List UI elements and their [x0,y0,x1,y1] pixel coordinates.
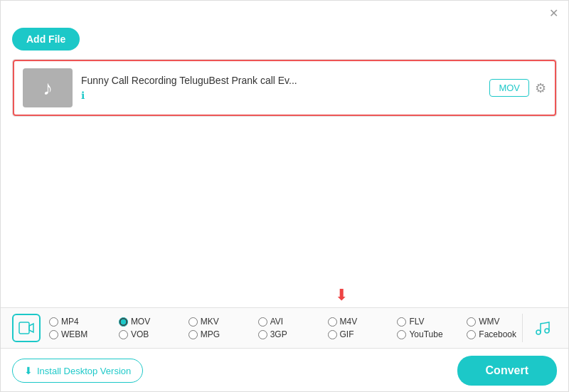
close-button[interactable]: ✕ [547,6,560,19]
format-badge[interactable]: MOV [489,79,529,97]
format-option-youtube[interactable]: YouTube [397,329,467,339]
format-divider [522,314,523,342]
file-actions: MOV ⚙ [489,79,546,97]
spacer [1,117,568,287]
file-info: Funny Call Recording TeluguBest Prank ca… [73,75,489,102]
audio-icon[interactable] [528,314,557,342]
svg-rect-0 [19,322,29,334]
music-icon: ♪ [43,77,53,100]
svg-point-1 [536,330,541,334]
video-format-icon[interactable] [12,314,41,342]
file-thumbnail: ♪ [23,68,73,107]
title-bar: ✕ [1,1,568,25]
format-option-wmv[interactable]: WMV [467,317,516,327]
format-option-vob[interactable]: VOB [119,329,188,339]
file-list: ♪ Funny Call Recording TeluguBest Prank … [12,59,557,117]
format-option-avi[interactable]: AVI [258,317,328,327]
toolbar: Add File [1,25,568,59]
convert-button[interactable]: Convert [457,356,557,386]
format-option-m4v[interactable]: M4V [328,317,398,327]
arrow-down-icon: ⬇ [335,287,348,303]
format-option-mp4[interactable]: MP4 [49,317,119,327]
format-option-3gp[interactable]: 3GP [258,329,328,339]
format-option-flv[interactable]: FLV [397,317,467,327]
format-option-webm[interactable]: WEBM [49,329,119,339]
file-name: Funny Call Recording TeluguBest Prank ca… [81,75,481,86]
format-option-mkv[interactable]: MKV [188,317,258,327]
file-item: ♪ Funny Call Recording TeluguBest Prank … [13,60,556,116]
format-option-mpg[interactable]: MPG [188,329,258,339]
format-options: MP4 MOV MKV AVI M4V FLV WMV WEBM [49,317,516,339]
download-icon: ⬇ [24,365,33,376]
info-icon[interactable]: ℹ [81,90,85,101]
format-option-gif[interactable]: GIF [328,329,398,339]
format-bar: MP4 MOV MKV AVI M4V FLV WMV WEBM [1,307,568,349]
install-desktop-button[interactable]: ⬇ Install Desktop Version [12,359,143,383]
app-window: ✕ Add File ♪ Funny Call Recording Telugu… [1,1,568,392]
arrow-wrapper: ⬇ [1,287,568,303]
bottom-bar: ⬇ Install Desktop Version Convert [1,349,568,392]
add-file-button[interactable]: Add File [12,28,80,51]
format-option-mov[interactable]: MOV [119,317,188,327]
svg-point-2 [545,329,549,333]
format-option-facebook[interactable]: Facebook [467,329,516,339]
settings-icon[interactable]: ⚙ [535,80,546,96]
